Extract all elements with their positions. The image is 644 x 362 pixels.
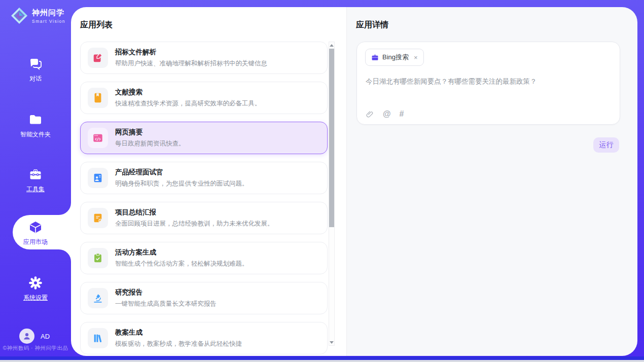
sidebar-footer: ©神州数码 · 神州问学出品 <box>0 345 71 352</box>
window-bottom-edge <box>0 356 644 360</box>
avatar-icon <box>22 332 31 341</box>
app-description: 一键智能生成高质量长文本研究报告 <box>115 300 217 308</box>
app-description: 模板驱动，教案秒成，教学准备从此轻松快捷 <box>115 340 242 348</box>
scroll-up-arrow-icon[interactable] <box>329 42 334 48</box>
sidebar-item-label: 智能文件夹 <box>0 130 71 139</box>
web-code-icon <box>88 128 108 148</box>
sidebar-item-toolset[interactable]: 工具集 <box>0 167 71 194</box>
composer-toolbar: @ # <box>366 110 404 119</box>
app-description: 快速精准查找学术资源，提高研究效率的必备工具。 <box>115 99 261 108</box>
app-name: 项目总结汇报 <box>115 208 274 217</box>
app-description: 帮助用户快速、准确地理解和解析招标书中的关键信息 <box>115 59 267 68</box>
brand-title: 神州问学 <box>32 8 65 18</box>
app-card-pm-interviewer[interactable]: 产品经理面试官 明确身份和职责，为您提供专业性的面试问题。 <box>80 162 328 194</box>
edit-document-icon <box>88 48 108 68</box>
content-panel: 应用列表 招标文件解析 帮助用户快速、准确地理解和解析招标书中的关键信息 文献搜… <box>71 7 637 356</box>
resume-person-icon <box>88 168 108 188</box>
note-icon <box>88 208 108 228</box>
brand: 神州问学 Smart Vision <box>10 7 65 25</box>
user-account[interactable]: AD <box>19 329 50 344</box>
app-card-project-summary[interactable]: 项目总结汇报 全面回顾项目进展，总结经验教训，助力未来优化发展。 <box>80 202 328 234</box>
app-list-section: 应用列表 招标文件解析 帮助用户快速、准确地理解和解析招标书中的关键信息 文献搜… <box>71 7 346 356</box>
app-description: 智能生成个性化活动方案，轻松解决规划难题。 <box>115 260 248 268</box>
cube-icon <box>28 220 43 234</box>
app-name: 产品经理面试官 <box>115 168 248 177</box>
clipboard-check-icon <box>88 248 108 268</box>
mention-icon[interactable]: @ <box>383 110 391 119</box>
app-detail-section: 应用详情 Bing搜索 × 今日湖北有哪些新闻要点？有哪些需要关注的最新政策？ … <box>346 7 637 356</box>
microscope-icon <box>88 288 108 308</box>
app-name: 网页摘要 <box>115 128 185 137</box>
chat-icon <box>28 57 43 71</box>
app-description: 全面回顾项目进展，总结经验教训，助力未来优化发展。 <box>115 220 274 228</box>
app-card-web-summary[interactable]: 网页摘要 每日政府新闻资讯快查。 <box>80 122 328 154</box>
app-list-title: 应用列表 <box>80 20 113 30</box>
prompt-input[interactable]: 今日湖北有哪些新闻要点？有哪些需要关注的最新政策？ <box>366 77 612 87</box>
scrollbar-thumb[interactable] <box>329 49 334 227</box>
sidebar-item-label: 应用市场 <box>0 238 71 246</box>
sidebar-item-smart-folder[interactable]: 智能文件夹 <box>0 113 71 139</box>
sidebar-item-chat[interactable]: 对话 <box>0 57 71 83</box>
sidebar-item-label: 对话 <box>0 75 71 83</box>
paperclip-icon[interactable] <box>366 110 374 119</box>
gear-icon <box>28 276 43 290</box>
app-detail-title: 应用详情 <box>356 20 388 30</box>
app-cards: 招标文件解析 帮助用户快速、准确地理解和解析招标书中的关键信息 文献搜索 快速精… <box>80 42 328 354</box>
app-name: 招标文件解析 <box>115 48 267 57</box>
scroll-down-arrow-icon[interactable] <box>329 339 334 345</box>
window-bottom-border <box>0 360 644 362</box>
folder-icon <box>28 113 43 127</box>
run-button[interactable]: 运行 <box>593 137 619 153</box>
book-icon <box>88 88 108 108</box>
prompt-card: Bing搜索 × 今日湖北有哪些新闻要点？有哪些需要关注的最新政策？ @ # <box>356 42 620 125</box>
tool-chip-bing-search[interactable]: Bing搜索 × <box>365 49 424 66</box>
sidebar-item-app-market[interactable]: 应用市场 <box>0 215 71 249</box>
tool-chip-label: Bing搜索 <box>382 53 409 62</box>
brand-subtitle: Smart Vision <box>32 19 65 24</box>
books-icon <box>88 328 108 348</box>
app-card-lesson-plan[interactable]: 教案生成 模板驱动，教案秒成，教学准备从此轻松快捷 <box>80 322 328 354</box>
app-name: 教案生成 <box>115 328 242 337</box>
chip-close-icon[interactable]: × <box>414 54 418 61</box>
briefcase-icon <box>371 54 379 61</box>
sidebar-item-label: 系统设置 <box>0 294 71 302</box>
app-description: 每日政府新闻资讯快查。 <box>115 139 185 148</box>
app-card-event-plan[interactable]: 活动方案生成 智能生成个性化活动方案，轻松解决规划难题。 <box>80 242 328 274</box>
app-card-tender-analysis[interactable]: 招标文件解析 帮助用户快速、准确地理解和解析招标书中的关键信息 <box>80 42 328 74</box>
sidebar-item-label: 工具集 <box>0 185 71 194</box>
app-name: 文献搜索 <box>115 88 261 97</box>
list-scrollbar[interactable] <box>329 42 335 346</box>
app-card-literature-search[interactable]: 文献搜索 快速精准查找学术资源，提高研究效率的必备工具。 <box>80 82 328 114</box>
brand-logo-icon <box>10 7 28 25</box>
app-name: 活动方案生成 <box>115 248 248 257</box>
app-description: 明确身份和职责，为您提供专业性的面试问题。 <box>115 179 248 188</box>
toolbox-icon <box>28 167 43 182</box>
avatar <box>19 329 34 344</box>
sidebar: 神州问学 Smart Vision 对话 智能文件夹 工具集 <box>0 0 71 362</box>
sidebar-item-settings[interactable]: 系统设置 <box>0 276 71 302</box>
app-card-research-report[interactable]: 研究报告 一键智能生成高质量长文本研究报告 <box>80 282 328 314</box>
app-name: 研究报告 <box>115 288 217 297</box>
hash-icon[interactable]: # <box>400 110 404 119</box>
user-name: AD <box>41 333 50 340</box>
